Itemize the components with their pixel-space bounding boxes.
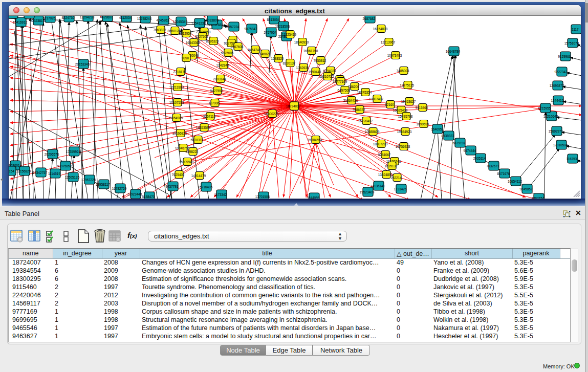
- svg-text:12213383: 12213383: [169, 85, 184, 89]
- svg-text:8938923: 8938923: [442, 134, 454, 138]
- svg-text:14353594: 14353594: [196, 126, 211, 129]
- svg-text:3644095: 3644095: [307, 196, 320, 199]
- svg-text:8186323: 8186323: [206, 39, 219, 43]
- svg-text:11325419: 11325419: [282, 33, 296, 36]
- svg-text:1242848: 1242848: [216, 63, 229, 67]
- svg-text:9327505: 9327505: [195, 35, 208, 38]
- svg-text:7986372: 7986372: [353, 108, 365, 112]
- svg-text:93975857: 93975857: [57, 164, 72, 168]
- svg-text:13045349: 13045349: [173, 20, 188, 24]
- svg-text:4112034: 4112034: [119, 16, 132, 19]
- svg-text:15751074: 15751074: [564, 41, 579, 45]
- svg-text:15909948: 15909948: [179, 160, 194, 164]
- svg-text:10807487: 10807487: [369, 97, 384, 101]
- svg-text:164095: 164095: [431, 127, 442, 131]
- svg-text:13748244: 13748244: [137, 17, 152, 20]
- svg-text:12093872: 12093872: [550, 84, 564, 87]
- svg-text:16210722: 16210722: [319, 75, 334, 78]
- svg-text:12541238: 12541238: [191, 21, 206, 25]
- svg-text:16961758: 16961758: [303, 49, 318, 53]
- svg-text:6794028: 6794028: [323, 69, 336, 73]
- svg-text:2718176: 2718176: [173, 70, 186, 74]
- svg-text:17010504: 17010504: [553, 143, 568, 147]
- svg-text:1862154: 1862154: [532, 196, 545, 199]
- svg-text:10107553: 10107553: [169, 101, 184, 104]
- svg-text:4429607: 4429607: [100, 16, 113, 19]
- svg-text:9427552: 9427552: [210, 89, 223, 93]
- svg-text:9146821: 9146821: [258, 52, 271, 56]
- svg-text:16543362: 16543362: [186, 41, 201, 45]
- svg-text:15495798: 15495798: [398, 115, 413, 118]
- svg-text:18807289: 18807289: [373, 142, 388, 146]
- svg-text:15384554: 15384554: [308, 138, 322, 142]
- svg-text:6497508: 6497508: [338, 89, 351, 92]
- svg-text:7625402: 7625402: [172, 173, 185, 177]
- svg-text:17359924: 17359924: [66, 150, 81, 154]
- svg-text:1117: 1117: [572, 28, 579, 31]
- svg-text:10958117: 10958117: [96, 183, 110, 186]
- svg-text:10973493: 10973493: [387, 54, 402, 57]
- svg-text:7663822: 7663822: [154, 28, 166, 32]
- svg-text:1615132: 1615132: [385, 164, 398, 168]
- svg-text:19054985: 19054985: [168, 116, 183, 120]
- svg-text:9227342: 9227342: [555, 70, 568, 74]
- svg-text:2935114: 2935114: [473, 157, 486, 160]
- svg-text:12294238: 12294238: [80, 16, 95, 19]
- svg-text:6879197: 6879197: [453, 141, 466, 145]
- svg-text:12156829: 12156829: [16, 169, 31, 173]
- svg-text:10654112: 10654112: [508, 180, 522, 183]
- svg-text:13975115: 13975115: [400, 83, 414, 87]
- svg-text:3267110: 3267110: [203, 115, 216, 118]
- svg-text:9890: 9890: [182, 56, 189, 60]
- svg-text:746206: 746206: [348, 85, 359, 89]
- svg-text:9245852: 9245852: [520, 187, 533, 191]
- svg-text:8220137: 8220137: [283, 61, 296, 65]
- svg-text:5875685: 5875685: [221, 51, 234, 55]
- svg-text:14136141: 14136141: [371, 184, 385, 188]
- svg-text:2687682: 2687682: [363, 17, 376, 20]
- svg-text:19218506: 19218506: [275, 25, 290, 28]
- svg-text:9457791: 9457791: [166, 185, 179, 188]
- svg-text:1990443: 1990443: [309, 70, 321, 74]
- svg-text:10046766: 10046766: [175, 146, 190, 150]
- svg-text:12213967: 12213967: [381, 40, 396, 44]
- svg-text:8215955: 8215955: [538, 106, 551, 110]
- svg-text:2367608: 2367608: [231, 45, 244, 49]
- svg-text:18640910: 18640910: [294, 40, 309, 44]
- svg-text:29153346: 29153346: [75, 62, 90, 66]
- svg-text:15692971: 15692971: [549, 129, 563, 133]
- svg-text:5878312: 5878312: [191, 138, 204, 142]
- svg-text:14914479: 14914479: [191, 174, 206, 178]
- svg-text:9084067: 9084067: [378, 153, 391, 157]
- svg-text:15720407: 15720407: [358, 119, 373, 123]
- svg-text:19756928: 19756928: [396, 145, 410, 148]
- svg-text:8813054: 8813054: [267, 18, 280, 21]
- svg-text:8912954: 8912954: [179, 32, 192, 35]
- svg-text:10025438: 10025438: [393, 108, 408, 112]
- svg-text:9129966: 9129966: [558, 55, 571, 58]
- svg-text:62160: 62160: [385, 103, 394, 106]
- svg-text:1362635: 1362635: [296, 66, 309, 70]
- svg-text:16033809: 16033809: [204, 18, 219, 22]
- svg-text:17957225: 17957225: [81, 178, 96, 182]
- svg-text:12416912: 12416912: [13, 20, 28, 24]
- svg-text:1733426: 1733426: [394, 187, 407, 191]
- svg-text:19777109: 19777109: [333, 80, 347, 83]
- svg-text:15300275: 15300275: [264, 112, 279, 116]
- svg-text:1244415: 1244415: [551, 99, 564, 102]
- svg-text:7955812: 7955812: [314, 59, 326, 62]
- svg-text:19463627: 19463627: [401, 100, 416, 103]
- svg-text:19166825: 19166825: [172, 132, 187, 135]
- svg-text:12923448: 12923448: [127, 192, 142, 196]
- svg-text:8454749: 8454749: [248, 48, 261, 52]
- svg-text:12505135: 12505135: [65, 176, 80, 179]
- svg-text:4245263: 4245263: [157, 18, 169, 22]
- svg-text:7485003: 7485003: [397, 69, 409, 73]
- svg-text:8471676: 8471676: [497, 172, 510, 176]
- svg-text:9115460: 9115460: [416, 106, 428, 110]
- svg-text:16782759: 16782759: [112, 187, 127, 190]
- svg-text:19523409: 19523409: [360, 190, 375, 194]
- svg-text:10688609: 10688609: [365, 130, 380, 134]
- svg-text:20206576: 20206576: [45, 152, 59, 156]
- svg-text:9875847: 9875847: [245, 27, 257, 31]
